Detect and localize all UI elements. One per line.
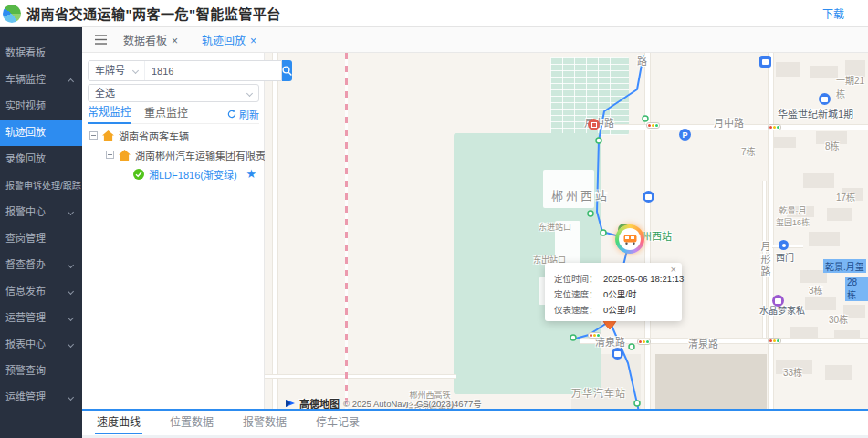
chevron-down-icon xyxy=(132,68,139,74)
chevron-up-icon xyxy=(68,78,74,85)
copyright-text: © 2025 AutoNavi - GS(2023)4677号 xyxy=(343,397,482,409)
vehicle-panel: 车牌号 全选 常规监控 重点监控 刷新 湖南省两客车辆 湖南郴州汽车运输集团有限… xyxy=(82,53,265,409)
collapse-icon[interactable] xyxy=(89,131,98,140)
workspace-tabbar: 数据看板× 轨迹回放× xyxy=(82,27,868,53)
popup-row: 仪表速度：0公里/时 xyxy=(554,302,673,318)
search-button[interactable] xyxy=(282,60,292,81)
search-type-select[interactable]: 车牌号 xyxy=(89,61,145,80)
page-title: 湖南省交通运输"两客一危"智能监管平台 xyxy=(26,4,281,23)
download-link[interactable]: 下载 xyxy=(822,5,844,21)
menu-fold-icon[interactable] xyxy=(95,35,107,45)
sidebar-item-realtime-video[interactable]: 实时视频 xyxy=(0,93,82,120)
sidebar-item-duty-check[interactable]: 查岗管理 xyxy=(0,225,82,252)
tab-alarm-data[interactable]: 报警数据 xyxy=(241,411,288,435)
gate-icon xyxy=(779,240,789,250)
tree-node-province[interactable]: 湖南省两客车辆 xyxy=(82,126,265,145)
amap-logo-icon xyxy=(285,398,296,409)
map-label: 万华汽车站 xyxy=(571,385,626,400)
sidebar-item-maintenance-mgmt[interactable]: 运维管理 xyxy=(0,384,82,411)
sidebar-item-track-playback[interactable]: 轨迹回放 xyxy=(0,120,82,146)
chevron-down-icon xyxy=(68,288,74,295)
map-attribution: 高德地图 © 2025 AutoNavi - GS(2023)4677号 xyxy=(285,396,482,409)
map-label: 7栋 xyxy=(741,144,756,158)
parking-icon: P xyxy=(679,129,691,141)
sidebar-item-info-publish[interactable]: 信息发布 xyxy=(0,278,82,305)
favorite-star-icon[interactable]: ★ xyxy=(246,167,257,181)
traffic-light-icon xyxy=(588,332,601,339)
map-label: 3栋 xyxy=(809,283,823,297)
tab-track-playback[interactable]: 轨迹回放× xyxy=(202,32,256,47)
map-label: 一期21栋 xyxy=(836,73,868,100)
sidebar-item-vehicle-monitor[interactable]: 车辆监控 xyxy=(0,67,82,93)
sidebar-item-supervision[interactable]: 督查督办 xyxy=(0,252,82,278)
tab-normal-monitor[interactable]: 常规监控 xyxy=(88,103,131,124)
close-icon[interactable]: × xyxy=(671,264,676,275)
map-label: 8栋 xyxy=(825,139,840,152)
sidebar-item-recording-playback[interactable]: 录像回放 xyxy=(0,146,82,172)
map-label: 17栋 xyxy=(836,190,855,203)
vehicle-marker[interactable] xyxy=(615,224,644,254)
tab-dashboard[interactable]: 数据看板× xyxy=(123,32,178,47)
sidebar-item-alarm-center[interactable]: 报警中心 xyxy=(0,199,82,225)
map-label: 月中路 xyxy=(714,115,744,130)
map-label: 乾景.月玺 xyxy=(823,259,866,273)
traffic-light-icon xyxy=(768,338,781,344)
chevron-down-icon xyxy=(68,341,74,348)
traffic-light-icon xyxy=(637,339,651,345)
map-label: 乾景·月 玺园16栋 xyxy=(776,204,810,228)
sidebar-item-report-center[interactable]: 报表中心 xyxy=(0,331,82,358)
platform-logo-icon xyxy=(3,5,21,23)
chevron-down-icon xyxy=(68,315,74,321)
folder-icon xyxy=(102,130,114,141)
traffic-light-icon xyxy=(768,124,781,130)
select-all-dropdown[interactable]: 全选 xyxy=(88,84,259,102)
search-input[interactable] xyxy=(145,61,281,80)
sidebar-item-operation-mgmt[interactable]: 运营管理 xyxy=(0,305,82,331)
rail-station-icon xyxy=(588,119,600,130)
tab-position-data[interactable]: 位置数据 xyxy=(168,411,215,435)
map-label: 郴州西站 xyxy=(551,186,610,203)
monitor-tabs: 常规监控 重点监控 刷新 xyxy=(88,104,259,124)
map-label: 西门 xyxy=(776,250,794,264)
map-label: 月形路 xyxy=(758,241,772,279)
popup-row: 定位速度：0公里/时 xyxy=(554,287,673,302)
sidebar-item-warning-query[interactable]: 预警查询 xyxy=(0,358,82,384)
close-icon[interactable]: × xyxy=(250,35,256,47)
app-header: 湖南省交通运输"两客一危"智能监管平台 下载 xyxy=(0,0,868,27)
tab-speed-curve[interactable]: 速度曲线 xyxy=(95,411,142,435)
refresh-icon xyxy=(227,110,236,119)
map-canvas[interactable]: P 路月中路月中路华盛世纪新城1期一期21栋7栋8栋郴州西站东进站口东出站口郴州… xyxy=(265,53,868,409)
bus-icon xyxy=(623,235,637,245)
tree-node-company[interactable]: 湖南郴州汽车运输集团有限责任公司桂东 xyxy=(82,145,265,164)
vehicle-tree: 湖南省两客车辆 湖南郴州汽车运输集团有限责任公司桂东 湘LDF1816(渐变绿)… xyxy=(82,126,265,183)
sidebar-item-alarm-appeal[interactable]: 报警申诉处理/跟踪 xyxy=(0,172,82,199)
sidebar-item-dashboard[interactable]: 数据看板 xyxy=(0,40,82,67)
tab-parking-record[interactable]: 停车记录 xyxy=(314,411,361,435)
refresh-button[interactable]: 刷新 xyxy=(227,107,259,121)
amap-logo-text: 高德地图 xyxy=(299,396,340,409)
chevron-down-icon xyxy=(68,394,74,401)
map-label: 28栋 xyxy=(845,277,868,301)
residential-poi-icon xyxy=(819,93,831,105)
popup-row: 定位时间：2025-05-06 18:21:13 xyxy=(554,271,673,287)
chevron-down-icon xyxy=(68,209,74,215)
map-label: 清泉路 xyxy=(688,336,718,350)
map-label: 东进站口 xyxy=(539,221,571,233)
sidebar-nav: 数据看板 车辆监控 实时视频 轨迹回放 录像回放 报警申诉处理/跟踪 报警中心 … xyxy=(0,27,82,438)
map-label: 30栋 xyxy=(829,312,848,326)
collapse-icon[interactable] xyxy=(106,151,114,159)
folder-icon xyxy=(119,150,131,161)
transit-stop-icon xyxy=(612,348,623,360)
bus-station-icon xyxy=(759,56,771,68)
search-icon xyxy=(282,66,292,76)
bottom-tabbar: 速度曲线 位置数据 报警数据 停车记录 xyxy=(82,409,868,435)
transit-stop-icon xyxy=(643,191,654,203)
tree-node-vehicle[interactable]: 湘LDF1816(渐变绿) ★ xyxy=(82,164,265,183)
map-label: 路 xyxy=(637,53,647,68)
close-icon[interactable]: × xyxy=(172,35,178,47)
chevron-down-icon xyxy=(246,90,253,97)
tab-key-monitor[interactable]: 重点监控 xyxy=(144,104,188,123)
furniture-store-icon xyxy=(772,295,784,307)
map-label: 华盛世纪新城1期 xyxy=(778,106,853,120)
map-label: 33栋 xyxy=(783,365,802,379)
